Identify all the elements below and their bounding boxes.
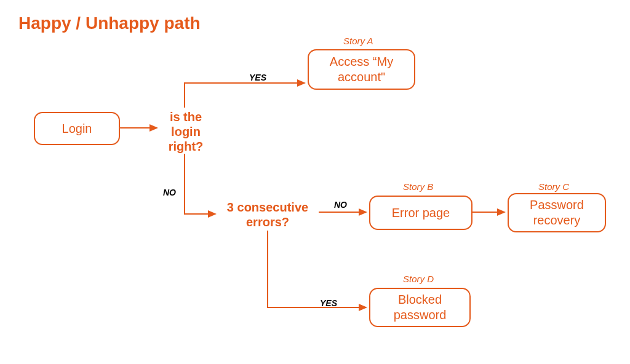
edge-label-no-2: NO [334,200,347,210]
node-login: Login [34,112,120,145]
page-title: Happy / Unhappy path [18,14,201,33]
arrow-decision1-no [185,154,215,214]
decision-label: 3 consecutive errors? [227,200,308,229]
node-label: Login [62,121,92,136]
node-label: Blocked password [378,292,462,323]
story-label-b: Story B [403,181,433,192]
edge-label-no-1: NO [163,188,176,197]
node-password-recovery: Password recovery [508,193,606,232]
decision-login-right: is the login right? [163,109,209,154]
arrow-decision2-yes [268,231,366,307]
decision-label: is the login right? [169,110,204,153]
story-label-a: Story A [343,36,373,46]
node-label: Password recovery [516,197,597,228]
diagram-canvas: Happy / Unhappy path Login is the login … [0,0,630,364]
node-access-my-account: Access “My account" [308,49,415,90]
story-label-d: Story D [403,274,434,284]
node-label: Access “My account" [316,54,407,85]
node-error-page: Error page [369,196,472,230]
edge-label-yes-2: YES [320,298,337,308]
node-label: Error page [392,205,450,221]
decision-three-errors: 3 consecutive errors? [218,200,317,229]
arrow-decision1-yes [185,83,305,108]
edge-label-yes-1: YES [249,73,266,82]
story-label-c: Story C [538,181,569,192]
node-blocked-password: Blocked password [369,288,471,327]
